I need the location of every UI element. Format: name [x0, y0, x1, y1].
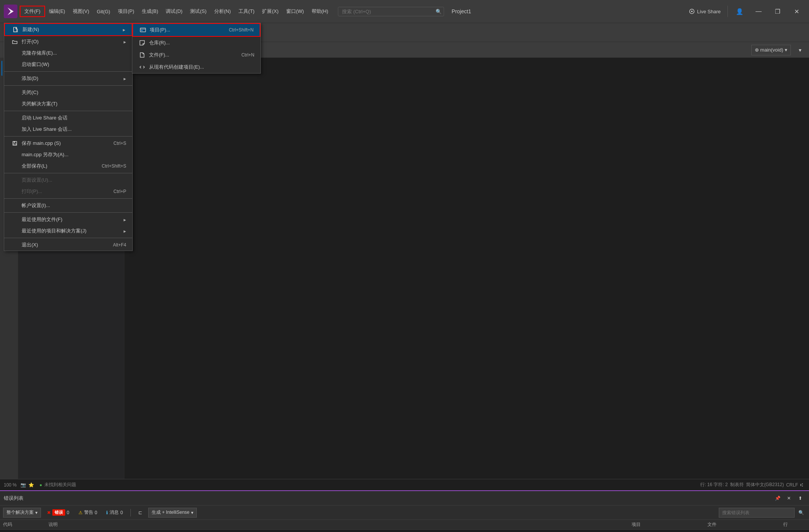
file-menu-save-all[interactable]: 全部保存(L) Ctrl+Shift+S: [4, 160, 132, 172]
function-dropdown[interactable]: ⊕ main(void) ▾: [751, 45, 791, 55]
file-menu-close[interactable]: 关闭(C): [4, 87, 132, 98]
new-submenu-repo[interactable]: 仓库(R)...: [132, 37, 260, 49]
menu-item-tools[interactable]: 工具(T): [235, 6, 259, 16]
file-menu-close-solution[interactable]: 关闭解决方案(T): [4, 98, 132, 110]
save-icon: [10, 140, 19, 146]
file-menu-new[interactable]: 新建(N) ▸: [4, 23, 132, 36]
menu-item-window[interactable]: 窗口(W): [282, 6, 308, 16]
file-menu-recent-projects[interactable]: 最近使用的项目和解决方案(J) ▸: [4, 225, 132, 237]
warning-label: 警告: [84, 509, 93, 516]
file-menu-clone-label: 克隆存储库(E)...: [22, 50, 57, 56]
close-button[interactable]: ✕: [788, 5, 805, 18]
file-menu-save-as[interactable]: main.cpp 另存为(A)...: [4, 149, 132, 160]
error-search-input[interactable]: [719, 508, 795, 518]
recent-files-arrow-icon: ▸: [124, 217, 126, 223]
new-repo-label: 仓库(R)...: [149, 39, 170, 46]
file-menu-open[interactable]: 打开(O) ▸: [4, 36, 132, 47]
editor-content: [124, 58, 809, 479]
panel-close-button[interactable]: ✕: [784, 493, 794, 503]
warning-count-button[interactable]: ⚠ 警告 0: [75, 508, 100, 518]
file-menu-recent-files-label: 最近使用的文件(F): [22, 216, 63, 223]
info-count-button[interactable]: ℹ 消息 0: [103, 508, 126, 518]
error-table: 代码 说明 项目 文件 行: [0, 520, 809, 532]
file-menu-page-setup-label: 页面设置(U)...: [22, 177, 52, 184]
new-submenu-from-code[interactable]: 从现有代码创建项目(E)...: [132, 61, 260, 73]
global-search-input[interactable]: [338, 7, 444, 16]
filter-icon[interactable]: ⊏: [135, 508, 145, 518]
col-project: 项目: [632, 521, 707, 528]
menu-item-build[interactable]: 生成(B): [138, 6, 162, 16]
error-scope-label: 整个解决方案: [6, 509, 34, 516]
search-container: 🔍: [338, 7, 444, 16]
error-panel: 错误列表 📌 ✕ ⬆ 整个解决方案 ▾ ✖ 错误 0 ⚠ 警告 0 ℹ 消息 0…: [0, 490, 809, 532]
file-menu-exit[interactable]: 退出(X) Alt+F4: [4, 239, 132, 251]
toolbar2-right-btn[interactable]: ▾: [794, 44, 806, 56]
build-scope-label: 生成 + IntelliSense: [152, 509, 190, 516]
new-icon: [11, 27, 20, 33]
svg-rect-44: [141, 30, 143, 31]
file-menu-save[interactable]: 保存 main.cpp (S) Ctrl+S: [4, 138, 132, 149]
sep6: [4, 198, 132, 199]
sep2: [4, 85, 132, 86]
menu-item-extend[interactable]: 扩展(X): [258, 6, 282, 16]
file-menu-clone[interactable]: 克隆存储库(E)...: [4, 47, 132, 59]
open-icon: [10, 39, 19, 45]
live-share-button[interactable]: Live Share: [685, 7, 724, 16]
title-bar: 文件(F) 编辑(E) 视图(V) Git(G) 项目(P) 生成(B) 调试(…: [0, 0, 809, 23]
error-count-button[interactable]: ✖ 错误 0: [44, 508, 72, 518]
restore-button[interactable]: ❐: [769, 5, 786, 18]
info-label: 消息: [110, 509, 119, 516]
file-menu-recent-files[interactable]: 最近使用的文件(F) ▸: [4, 214, 132, 225]
status-icon-star[interactable]: ⭐: [28, 482, 34, 488]
repo-icon: [138, 39, 146, 47]
menu-item-edit[interactable]: 编辑(E): [45, 6, 69, 16]
error-scope-dropdown[interactable]: 整个解决方案 ▾: [3, 508, 41, 518]
menu-item-git[interactable]: Git(G): [93, 7, 114, 16]
editor-area: [124, 58, 809, 479]
new-submenu-project[interactable]: 项目(P)... Ctrl+Shift+N: [132, 23, 260, 37]
status-icon-camera[interactable]: 📷: [20, 482, 26, 488]
file-menu-exit-label: 退出(X): [22, 242, 38, 248]
file-menu-save-label: 保存 main.cpp (S): [22, 140, 61, 147]
new-submenu-file[interactable]: 文件(F)... Ctrl+N: [132, 49, 260, 61]
panel-pin-button[interactable]: 📌: [773, 493, 782, 503]
menu-item-analyze[interactable]: 分析(N): [210, 6, 235, 16]
git-branch-icon[interactable]: ⑆: [800, 482, 803, 488]
info-icon: ℹ: [106, 510, 108, 515]
build-scope-chevron-icon: ▾: [191, 510, 193, 515]
status-no-issues: 未找到相关问题: [44, 482, 76, 488]
file-menu-join-liveshare[interactable]: 加入 Live Share 会话...: [4, 124, 132, 135]
file-new-icon: [138, 51, 146, 59]
search-icon[interactable]: 🔍: [436, 9, 442, 14]
file-menu-account-settings[interactable]: 帐户设置(I)...: [4, 200, 132, 211]
menu-item-file[interactable]: 文件(F): [20, 6, 45, 17]
menu-item-view[interactable]: 视图(V): [69, 6, 93, 16]
build-scope-dropdown[interactable]: 生成 + IntelliSense ▾: [148, 508, 197, 518]
file-menu-add[interactable]: 添加(D) ▸: [4, 73, 132, 84]
file-menu-open-label: 打开(O): [22, 38, 39, 45]
error-icon: ✖: [47, 510, 51, 515]
project-icon: [139, 26, 147, 34]
file-menu-recent-projects-label: 最近使用的项目和解决方案(J): [22, 228, 86, 234]
panel-expand-button[interactable]: ⬆: [795, 493, 805, 503]
file-menu-start-window[interactable]: 启动窗口(W): [4, 59, 132, 70]
menu-item-debug[interactable]: 调试(D): [162, 6, 186, 16]
new-submenu: 项目(P)... Ctrl+Shift+N 仓库(R)... 文件(F)... …: [132, 23, 261, 74]
error-panel-title: 错误列表: [4, 495, 24, 502]
project-title: Project1: [452, 8, 471, 14]
minimize-button[interactable]: —: [750, 5, 767, 18]
user-account-button[interactable]: 👤: [731, 5, 748, 18]
menu-item-help[interactable]: 帮助(H): [308, 6, 332, 16]
menu-item-test[interactable]: 测试(S): [186, 6, 210, 16]
menu-item-project[interactable]: 项目(P): [114, 6, 138, 16]
sep5: [4, 173, 132, 173]
file-menu-print-label: 打印(P)...: [22, 188, 42, 195]
new-project-label: 项目(P)...: [150, 27, 170, 33]
error-panel-header: 错误列表 📌 ✕ ⬆: [0, 491, 809, 505]
error-count: 0: [67, 510, 69, 515]
error-search-icon[interactable]: 🔍: [796, 508, 806, 518]
error-sep: [130, 509, 131, 516]
panel-icons: 📌 ✕ ⬆: [773, 493, 805, 503]
file-menu-start-liveshare[interactable]: 启动 Live Share 会话: [4, 112, 132, 124]
warning-count: 0: [95, 510, 97, 515]
